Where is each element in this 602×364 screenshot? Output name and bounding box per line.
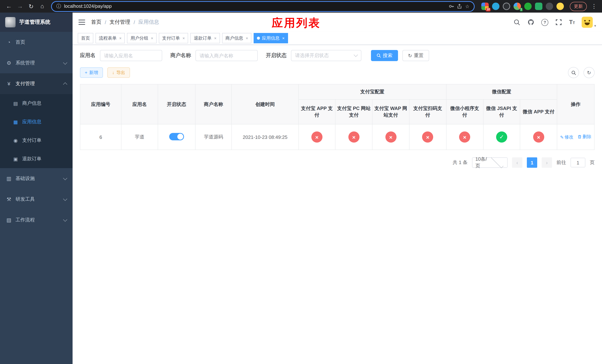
- tab-label: 退款订单: [194, 35, 212, 41]
- col-wx-jsapi: 微信 JSAPI 支付: [483, 99, 520, 124]
- reset-button[interactable]: ↻ 重置: [402, 50, 429, 61]
- page-number-1[interactable]: 1: [527, 157, 537, 168]
- page-size-select[interactable]: 10条/页: [472, 157, 508, 168]
- wx-jsapi-status-icon: ✓: [496, 131, 507, 143]
- infra-icon: ▥: [6, 175, 12, 182]
- search-icon[interactable]: [513, 19, 521, 26]
- emoji-extension-icon[interactable]: [557, 3, 564, 10]
- goto-page-input[interactable]: [570, 158, 585, 167]
- tab-pay-order[interactable]: 支付订单 ×: [159, 33, 188, 43]
- sidebar-item-payment[interactable]: ¥ 支付管理: [0, 73, 73, 94]
- browser-reload-icon[interactable]: ↻: [26, 1, 36, 11]
- status-toggle[interactable]: [169, 133, 184, 140]
- sidebar-item-app-info[interactable]: ▦ 应用信息: [0, 113, 73, 131]
- chevron-down-icon: [63, 176, 67, 180]
- close-icon[interactable]: ×: [214, 36, 216, 40]
- sidebar-item-dev-tools[interactable]: ⚒ 研发工具: [0, 189, 73, 210]
- browser-home-icon[interactable]: ⌂: [37, 1, 47, 11]
- extension-icon[interactable]: 1: [514, 3, 521, 10]
- sidebar-item-label: 基础设施: [16, 175, 35, 182]
- sidebar-item-workflow[interactable]: ▧ 工作流程: [0, 210, 73, 230]
- extension-icon[interactable]: [503, 3, 510, 10]
- edit-pencil-icon: ✎: [560, 135, 564, 140]
- font-size-icon[interactable]: TT: [569, 19, 575, 26]
- sidebar-item-label: 工作流程: [16, 217, 35, 223]
- table-tools: ↻: [568, 67, 595, 78]
- navbar-actions: ? TT ▾: [513, 17, 596, 28]
- next-page-button[interactable]: ›: [542, 157, 552, 168]
- tab-app-info[interactable]: 应用信息 ×: [254, 33, 288, 43]
- browser-menu-icon[interactable]: ⋮: [590, 3, 598, 10]
- app-logo-row[interactable]: 芋道管理系统: [0, 13, 73, 32]
- app-table: 应用编号 应用名 开启状态 商户名称 创建时间 支付宝配置 微信配置 操作 支付…: [80, 84, 595, 150]
- tab-home[interactable]: 首页: [78, 33, 93, 43]
- merchant-name-input[interactable]: [195, 50, 258, 61]
- edit-link[interactable]: ✎修改: [560, 134, 573, 140]
- prev-page-button[interactable]: ‹: [512, 157, 522, 168]
- github-icon[interactable]: [527, 19, 535, 26]
- search-button[interactable]: 搜索: [371, 50, 398, 61]
- col-status: 开启状态: [158, 84, 195, 124]
- sidebar-item-home[interactable]: ◔ 首页: [0, 32, 73, 53]
- chrome-update-button[interactable]: 更新: [570, 2, 587, 11]
- cell-app-name: 芋道: [121, 124, 158, 150]
- col-alipay-qr: 支付宝扫码支付: [409, 99, 446, 124]
- add-button[interactable]: + 新增: [80, 67, 103, 78]
- sidebar-item-infrastructure[interactable]: ▥ 基础设施: [0, 168, 73, 189]
- address-bar[interactable]: ⓘ localhost:1024/pay/app ☆: [51, 1, 475, 12]
- sidebar-item-label: 首页: [16, 39, 25, 45]
- browser-forward-icon[interactable]: →: [15, 1, 25, 11]
- tab-refund-order[interactable]: 退款订单 ×: [191, 33, 220, 43]
- extension-icon[interactable]: [546, 3, 553, 10]
- tab-label: 首页: [81, 35, 90, 41]
- toggle-search-icon[interactable]: [568, 67, 579, 78]
- status-select[interactable]: 请选择开启状态: [291, 50, 361, 61]
- tab-user-group[interactable]: 用户分组 ×: [127, 33, 157, 43]
- extension-icon[interactable]: [524, 3, 532, 10]
- help-icon[interactable]: ?: [541, 19, 548, 26]
- bookmark-star-icon[interactable]: ☆: [465, 3, 469, 9]
- card-icon: ▤: [13, 101, 19, 106]
- page-content: 应用名 商户名称 开启状态 请选择开启状态 搜索: [73, 45, 602, 364]
- tab-merchant-info[interactable]: 商户信息 ×: [222, 33, 252, 43]
- sidebar-item-merchant-info[interactable]: ▤ 商户信息: [0, 94, 73, 113]
- delete-link[interactable]: 删除: [578, 134, 591, 140]
- sidebar-item-refund-order[interactable]: ▣ 退款订单: [0, 150, 73, 168]
- url-text[interactable]: localhost:1024/pay/app: [64, 4, 446, 9]
- user-avatar-menu[interactable]: ▾: [582, 17, 596, 28]
- sidebar-item-label: 退款订单: [22, 156, 42, 162]
- close-icon[interactable]: ×: [183, 36, 185, 40]
- browser-back-icon[interactable]: ←: [4, 1, 14, 11]
- sidebar-item-pay-order[interactable]: ◉ 支付订单: [0, 131, 73, 150]
- workflow-icon: ▧: [6, 217, 12, 223]
- tab-process-form[interactable]: 流程表单 ×: [96, 33, 125, 43]
- sidebar-item-system[interactable]: ⚙ 系统管理: [0, 53, 73, 73]
- sidebar-collapse-icon[interactable]: [78, 20, 85, 25]
- chevron-down-icon: [63, 217, 67, 222]
- col-app-name: 应用名: [121, 84, 158, 124]
- col-wx-app: 微信 APP 支付: [520, 99, 557, 124]
- tab-label: 应用信息: [262, 35, 280, 41]
- close-icon[interactable]: ×: [282, 36, 285, 40]
- site-info-icon[interactable]: ⓘ: [56, 3, 61, 10]
- reset-button-label: 重置: [414, 52, 424, 59]
- breadcrumb-home[interactable]: 首页: [91, 19, 101, 26]
- password-key-icon[interactable]: [449, 4, 454, 9]
- delete-label: 删除: [582, 134, 591, 140]
- col-app-id: 应用编号: [80, 84, 121, 124]
- wechat-extension-icon[interactable]: [535, 3, 542, 10]
- close-icon[interactable]: ×: [151, 36, 153, 40]
- fullscreen-icon[interactable]: [555, 19, 562, 26]
- close-icon[interactable]: ×: [119, 36, 122, 40]
- refresh-table-icon[interactable]: ↻: [583, 67, 595, 78]
- tab-label: 支付订单: [162, 35, 180, 41]
- close-icon[interactable]: ×: [246, 36, 248, 40]
- app-name-input[interactable]: [100, 50, 162, 61]
- share-icon[interactable]: [457, 4, 462, 9]
- sidebar-item-label: 商户信息: [22, 100, 42, 107]
- extension-icon[interactable]: [492, 3, 499, 10]
- breadcrumb-payment[interactable]: 支付管理: [110, 19, 130, 26]
- tab-label: 商户信息: [226, 35, 243, 41]
- extension-icon[interactable]: 10: [481, 3, 489, 10]
- export-button[interactable]: ↓ 导出: [107, 67, 130, 78]
